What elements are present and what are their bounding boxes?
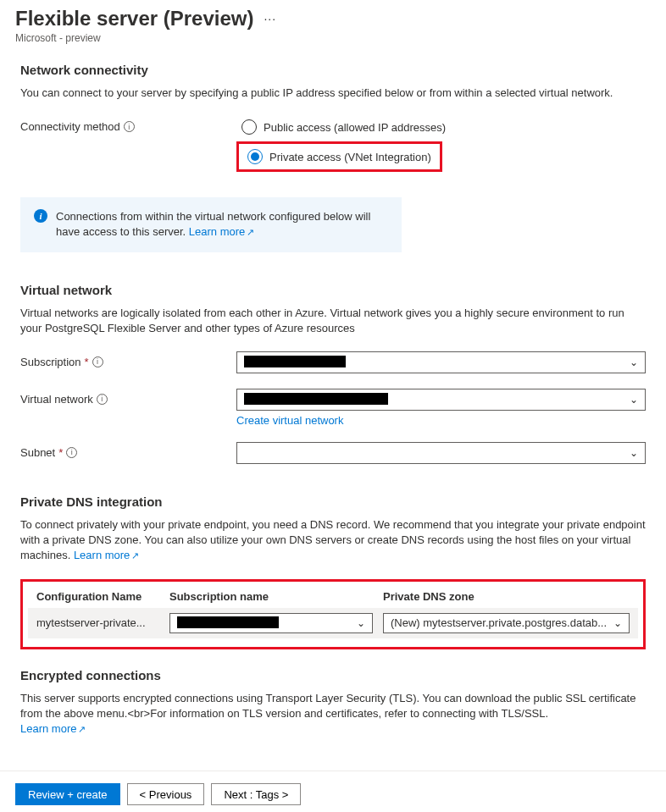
network-description: You can connect to your server by specif…: [20, 86, 646, 101]
table-row: mytestserver-private... ⌄ (New) mytestse…: [28, 608, 638, 638]
radio-public-label: Public access (allowed IP addresses): [264, 121, 446, 134]
external-link-icon: ↗: [78, 724, 86, 734]
info-learn-more-link[interactable]: Learn more↗: [189, 225, 254, 238]
review-create-button[interactable]: Review + create: [15, 783, 120, 805]
highlight-box: Private access (VNet Integration): [236, 141, 442, 172]
redacted-value: [177, 616, 279, 628]
page-title: Flexible server (Preview): [15, 7, 253, 30]
info-icon[interactable]: i: [92, 356, 103, 367]
info-icon[interactable]: i: [124, 121, 135, 132]
chevron-down-icon: ⌄: [630, 356, 638, 368]
vnet-description: Virtual networks are logically isolated …: [20, 306, 646, 336]
radio-private-access[interactable]: Private access (VNet Integration): [242, 146, 436, 168]
dns-zone-value: (New) mytestserver.private.postgres.data…: [391, 616, 607, 629]
info-icon[interactable]: i: [97, 394, 108, 405]
encrypted-description: This server supports encrypted connectio…: [20, 692, 635, 720]
dns-config-name: mytestserver-private...: [36, 616, 159, 629]
highlight-box: Configuration Name Subscription name Pri…: [20, 579, 646, 649]
encrypted-learn-more-link[interactable]: Learn more↗: [20, 722, 86, 735]
encrypted-heading: Encrypted connections: [20, 668, 646, 682]
required-indicator: *: [85, 356, 89, 368]
info-icon[interactable]: i: [66, 447, 77, 458]
vnet-dropdown[interactable]: ⌄: [236, 389, 646, 411]
chevron-down-icon: ⌄: [630, 394, 638, 406]
subnet-label: Subnet: [20, 446, 55, 459]
next-button[interactable]: Next : Tags >: [211, 783, 301, 805]
external-link-icon: ↗: [131, 550, 139, 561]
info-icon: i: [34, 209, 47, 223]
radio-selected-icon: [247, 149, 263, 164]
connectivity-method-label: Connectivity method: [20, 120, 120, 133]
create-vnet-link[interactable]: Create virtual network: [236, 414, 646, 427]
subnet-dropdown[interactable]: ⌄: [236, 442, 646, 464]
dns-learn-more-link[interactable]: Learn more↗: [74, 549, 139, 561]
dns-heading: Private DNS integration: [20, 494, 646, 509]
radio-unselected-icon: [241, 119, 257, 135]
subscription-dropdown[interactable]: ⌄: [236, 351, 646, 373]
radio-public-access[interactable]: Public access (allowed IP addresses): [236, 116, 646, 138]
dns-header-zone: Private DNS zone: [383, 590, 630, 603]
network-heading: Network connectivity: [20, 63, 646, 77]
dns-zone-dropdown[interactable]: (New) mytestserver.private.postgres.data…: [383, 613, 630, 633]
radio-private-label: Private access (VNet Integration): [269, 151, 431, 163]
redacted-value: [244, 356, 346, 367]
previous-button[interactable]: < Previous: [127, 783, 205, 805]
dns-header-config: Configuration Name: [36, 590, 159, 603]
chevron-down-icon: ⌄: [630, 447, 638, 459]
external-link-icon: ↗: [247, 227, 254, 237]
redacted-value: [244, 393, 388, 405]
info-banner: i Connections from within the virtual ne…: [20, 197, 402, 251]
dns-header-sub: Subscription name: [169, 590, 373, 603]
vnet-heading: Virtual network: [20, 283, 646, 297]
dns-subscription-dropdown[interactable]: ⌄: [169, 613, 373, 633]
chevron-down-icon: ⌄: [357, 617, 365, 629]
vnet-label: Virtual network: [20, 393, 93, 406]
subscription-label: Subscription: [20, 356, 81, 368]
more-actions-button[interactable]: ···: [264, 12, 276, 25]
required-indicator: *: [58, 446, 63, 459]
page-subtitle: Microsoft - preview: [15, 32, 666, 44]
chevron-down-icon: ⌄: [613, 617, 622, 629]
